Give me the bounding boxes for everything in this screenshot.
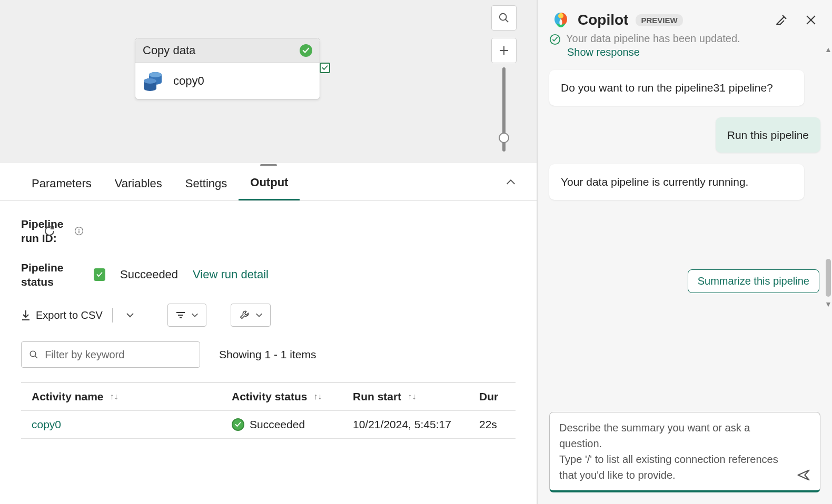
activity-node-copy-data[interactable]: Copy data copy0 <box>135 38 320 99</box>
send-icon <box>796 468 811 482</box>
pipeline-editor: Copy data copy0 <box>0 0 537 504</box>
tab-parameters[interactable]: Parameters <box>20 168 103 200</box>
svg-line-17 <box>35 356 37 358</box>
user-message: Run this pipeline <box>716 117 820 153</box>
sort-icon: ↑↓ <box>408 392 416 401</box>
showing-count: Showing 1 - 1 items <box>219 348 316 361</box>
suggestion-chip[interactable]: Summarize this pipeline <box>688 269 819 293</box>
assistant-message: Your data pipeline is currently running. <box>549 164 804 200</box>
wrench-icon <box>239 309 250 321</box>
copilot-scrollbar[interactable]: ▲ ▼ <box>825 45 832 308</box>
preview-badge: PREVIEW <box>636 14 682 26</box>
cell-duration: 22s <box>479 418 505 431</box>
broom-icon <box>775 14 788 26</box>
cell-run-start: 10/21/2024, 5:45:17 <box>353 418 479 431</box>
pipeline-canvas[interactable]: Copy data copy0 <box>0 0 537 163</box>
info-button[interactable] <box>72 224 86 238</box>
filter-row: Showing 1 - 1 items <box>21 341 516 368</box>
output-toolbar: Export to CSV <box>21 304 516 327</box>
copilot-messages[interactable]: Your data pipeline has been updated. Sho… <box>538 34 832 405</box>
export-csv-button[interactable]: Export to CSV <box>21 309 103 321</box>
copilot-logo-icon <box>551 11 570 29</box>
col-run-start[interactable]: Run start ↑↓ <box>353 390 479 403</box>
scroll-down-icon: ▼ <box>825 300 832 308</box>
search-icon <box>29 349 38 360</box>
filter-columns-button[interactable] <box>167 304 206 327</box>
zoom-thumb[interactable] <box>499 133 509 143</box>
activity-title: Copy data <box>143 44 195 57</box>
status-value: Succeeded <box>120 268 178 281</box>
copilot-pane: Copilot PREVIEW Your data pipeline has b… <box>537 0 832 504</box>
info-icon <box>74 226 84 236</box>
scroll-up-icon: ▲ <box>825 45 832 54</box>
copilot-input-placeholder: Describe the summary you want or ask a q… <box>559 420 790 483</box>
svg-point-18 <box>558 13 563 18</box>
status-shield-icon <box>94 268 105 281</box>
chevron-down-icon <box>191 311 199 319</box>
partial-status: Your data pipeline has been updated. <box>549 34 820 45</box>
clear-chat-button[interactable] <box>774 13 789 27</box>
svg-point-16 <box>30 351 36 357</box>
scroll-thumb[interactable] <box>826 259 831 297</box>
collapse-panel-button[interactable] <box>505 177 517 191</box>
show-response-link[interactable]: Show response <box>549 46 820 58</box>
sort-icon: ↑↓ <box>110 392 118 401</box>
tab-output[interactable]: Output <box>239 167 300 200</box>
database-icon <box>143 69 164 93</box>
zoom-slider[interactable] <box>502 67 506 152</box>
table-row[interactable]: copy0 Succeeded 10/21/2024, 5:45:17 22s <box>21 411 516 439</box>
settings-wrench-button[interactable] <box>231 304 271 327</box>
search-tool[interactable] <box>491 5 517 31</box>
tab-settings[interactable]: Settings <box>174 168 239 200</box>
divider <box>112 308 113 322</box>
export-csv-label: Export to CSV <box>36 309 103 321</box>
plus-icon <box>499 45 509 56</box>
refresh-icon <box>43 225 56 237</box>
chevron-down-icon <box>126 311 134 319</box>
output-port-success[interactable] <box>320 63 330 73</box>
cell-activity-name[interactable]: copy0 <box>32 418 232 431</box>
search-icon <box>498 12 510 24</box>
filter-keyword-input[interactable] <box>44 348 192 361</box>
output-panel: Parameters Variables Settings Output Pip… <box>0 163 537 504</box>
svg-point-3 <box>144 78 156 84</box>
activity-name: copy0 <box>173 74 204 88</box>
chevron-down-icon <box>255 311 263 319</box>
activity-runs-table: Activity name ↑↓ Activity status ↑↓ Run … <box>21 382 516 439</box>
svg-point-4 <box>500 14 507 21</box>
close-copilot-button[interactable] <box>804 13 818 27</box>
filter-lines-icon <box>175 311 186 319</box>
download-icon <box>21 309 31 321</box>
col-activity-name[interactable]: Activity name ↑↓ <box>32 390 232 403</box>
panel-resize-grip[interactable] <box>0 163 537 167</box>
activity-header: Copy data <box>135 38 320 63</box>
copilot-header: Copilot PREVIEW <box>538 0 832 34</box>
assistant-message: Do you want to run the pipeline31 pipeli… <box>549 70 804 106</box>
tab-variables[interactable]: Variables <box>103 168 174 200</box>
table-header: Activity name ↑↓ Activity status ↑↓ Run … <box>21 383 516 411</box>
sort-icon: ↑↓ <box>314 392 322 401</box>
status-label: Pipeline status <box>21 260 79 289</box>
svg-line-5 <box>506 19 509 23</box>
activity-body: copy0 <box>135 63 320 99</box>
send-button[interactable] <box>795 466 813 484</box>
zoom-in-button[interactable] <box>491 38 517 63</box>
svg-point-9 <box>78 229 80 230</box>
pipeline-status-row: Pipeline status Succeeded View run detai… <box>21 260 516 289</box>
svg-point-1 <box>149 72 162 77</box>
success-check-icon <box>300 44 312 57</box>
cell-activity-status: Succeeded <box>232 418 353 431</box>
success-check-icon <box>232 418 244 431</box>
close-icon <box>805 14 817 26</box>
filter-keyword-input-wrap <box>21 341 200 368</box>
copilot-title: Copilot <box>578 12 628 28</box>
col-activity-status[interactable]: Activity status ↑↓ <box>232 390 353 403</box>
col-duration[interactable]: Dur <box>479 390 505 403</box>
copilot-input[interactable]: Describe the summary you want or ask a q… <box>549 412 820 492</box>
pipeline-run-id-row: Pipeline run ID: <box>21 217 516 246</box>
check-circle-icon <box>549 34 561 45</box>
export-options-button[interactable] <box>122 307 138 323</box>
refresh-button[interactable] <box>42 224 57 238</box>
canvas-tools <box>491 5 517 152</box>
view-run-detail-link[interactable]: View run detail <box>193 268 269 281</box>
